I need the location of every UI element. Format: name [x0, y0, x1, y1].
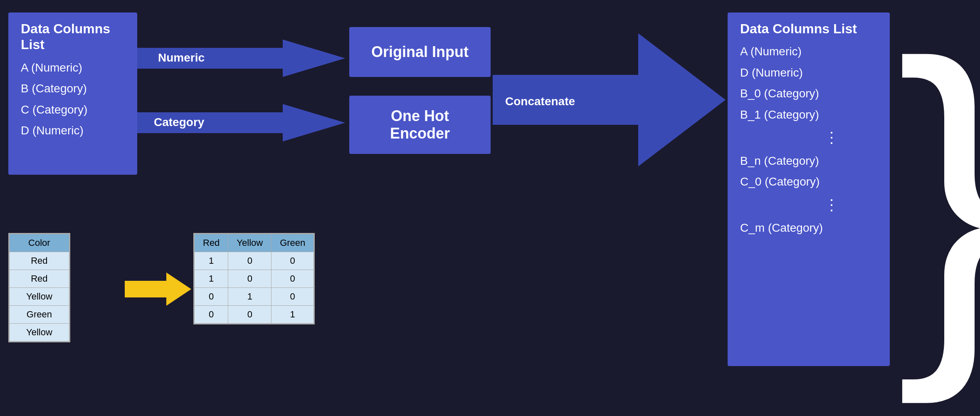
right-item-2: B_0 (Category) — [740, 86, 881, 101]
category-arrow: Category — [137, 104, 345, 141]
left-box-title: Data Columns List — [21, 21, 125, 53]
left-item-2: C (Category) — [21, 102, 125, 117]
right-item-1: D (Numeric) — [740, 65, 881, 80]
table-row: Yellow — [10, 288, 69, 306]
yellow-arrow — [125, 270, 191, 308]
right-item-dots1: ⋮ — [782, 128, 881, 148]
right-box-title: Data Columns List — [740, 21, 881, 37]
svg-text:Numeric: Numeric — [158, 51, 205, 64]
left-item-1: B (Category) — [21, 81, 125, 96]
green-col-header: Green — [272, 234, 314, 252]
svg-text:Category: Category — [154, 116, 205, 129]
right-item-5: C_0 (Category) — [740, 174, 881, 189]
color-table-inner: Color Red Red Yellow Green Yellow — [9, 234, 69, 342]
one-hot-encoder-box: One HotEncoder — [349, 96, 491, 154]
svg-text:Concatenate: Concatenate — [505, 95, 575, 108]
color-table: Color Red Red Yellow Green Yellow — [8, 233, 70, 342]
table-row: 0 0 1 — [195, 306, 314, 324]
table-row: 0 1 0 — [195, 288, 314, 306]
right-item-dots2: ⋮ — [782, 196, 881, 215]
one-hot-encoder-label: One HotEncoder — [390, 107, 450, 142]
original-input-label: Original Input — [371, 43, 469, 61]
original-input-box: Original Input — [349, 27, 491, 77]
encoded-table: Red Yellow Green 1 0 0 1 0 0 0 1 — [193, 233, 315, 324]
left-data-columns-box: Data Columns List A (Numeric) B (Categor… — [8, 12, 137, 175]
color-col-header: Color — [10, 234, 69, 252]
table-row: 1 0 0 — [195, 252, 314, 270]
table-row: Yellow — [10, 324, 69, 342]
right-data-columns-box: Data Columns List A (Numeric) D (Numeric… — [728, 12, 890, 366]
table-row: Red — [10, 252, 69, 270]
right-item-4: B_n (Category) — [740, 154, 881, 168]
main-canvas: Data Columns List A (Numeric) B (Categor… — [0, 0, 980, 416]
table-row: Red — [10, 270, 69, 288]
svg-marker-6 — [125, 272, 191, 306]
right-item-3: B_1 (Category) — [740, 107, 881, 122]
red-col-header: Red — [195, 234, 228, 252]
table-row: Green — [10, 306, 69, 324]
encoded-table-inner: Red Yellow Green 1 0 0 1 0 0 0 1 — [194, 234, 314, 324]
yellow-col-header: Yellow — [228, 234, 272, 252]
left-item-0: A (Numeric) — [21, 60, 125, 75]
curly-brace: } — [896, 8, 980, 383]
right-item-6: C_m (Category) — [740, 220, 881, 235]
numeric-arrow: Numeric — [137, 40, 345, 77]
left-item-3: D (Numeric) — [21, 123, 125, 138]
table-row: 1 0 0 — [195, 270, 314, 288]
right-item-0: A (Numeric) — [740, 44, 881, 59]
concatenate-arrow: Concatenate — [493, 33, 726, 166]
